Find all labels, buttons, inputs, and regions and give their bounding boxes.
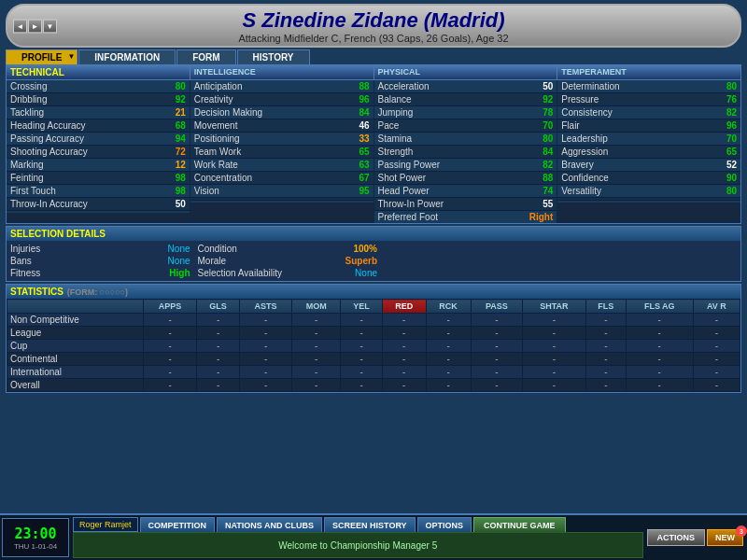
temperament-col: Determination80 Pressure76 Consistency82… xyxy=(557,80,740,223)
screen-history-tab[interactable]: SCREEN HISTORY xyxy=(324,517,416,532)
tab-bar: PROFILE ▼ INFORMATION FORM HISTORY xyxy=(6,49,741,64)
nav-right-button[interactable]: ► xyxy=(28,19,42,33)
clock-time: 23:00 xyxy=(14,525,56,542)
table-row: Cup - - - - - - - - - - - - xyxy=(7,340,740,353)
col-header-temperament: TEMPERAMENT xyxy=(557,65,740,79)
new-button[interactable]: NEW 3 xyxy=(707,529,743,546)
col-header-technical: TECHNICAL xyxy=(7,65,190,79)
nav-left-button[interactable]: ◄ xyxy=(13,19,27,33)
bottom-main: Roger Ramjet COMPETITION NATIONS AND CLU… xyxy=(71,515,645,560)
page-title: S Zinedine Zidane (Madrid) xyxy=(45,8,702,33)
message-bar: Welcome to Championship Manager 5 xyxy=(73,532,643,558)
selection-content: InjuriesNone BansNone FitnessHigh Condit… xyxy=(7,241,740,281)
statistics-table: APPS GLS ASTS MOM YEL RED RCK PASS SHTAR… xyxy=(7,299,740,392)
tab-profile[interactable]: PROFILE ▼ xyxy=(6,49,78,64)
main-stats-area: TECHNICAL INTELLIGENCE PHYSICAL TEMPERAM… xyxy=(6,64,741,224)
nations-clubs-tab[interactable]: NATIONS AND CLUBS xyxy=(217,517,322,532)
nav-down-button[interactable]: ▼ xyxy=(43,19,57,33)
intelligence-col: Anticipation88 Creativity96 Decision Mak… xyxy=(190,80,374,223)
user-label: Roger Ramjet xyxy=(73,517,138,532)
action-buttons: ACTIONS xyxy=(645,515,708,560)
bottom-bar: 23:00 THU 1-01-04 Roger Ramjet COMPETITI… xyxy=(0,513,747,560)
statistics-section: STATISTICS (FORM: ○○○○○) APPS GLS ASTS M… xyxy=(6,284,741,393)
selection-col2: Condition100% MoraleSuperb Selection Ava… xyxy=(194,241,382,281)
stats-columns: Crossing80 Dribbling92 Tackling21 Headin… xyxy=(7,80,740,223)
table-row: Overall - - - - - - - - - - - - xyxy=(7,379,740,392)
table-row: Non Competitive - - - - - - - - - - - - xyxy=(7,314,740,327)
selection-details-section: SELECTION DETAILS InjuriesNone BansNone … xyxy=(6,226,741,282)
tab-history[interactable]: HISTORY xyxy=(237,49,310,64)
new-btn-area: NEW 3 xyxy=(707,515,747,560)
statistics-header: STATISTICS (FORM: ○○○○○) xyxy=(7,285,740,299)
technical-col: Crossing80 Dribbling92 Tackling21 Headin… xyxy=(7,80,190,223)
player-subtitle: Attacking Midfielder C, French (93 Caps,… xyxy=(45,33,702,44)
clock-date: THU 1-01-04 xyxy=(14,542,57,551)
table-row: International - - - - - - - - - - - - xyxy=(7,366,740,379)
new-badge: 3 xyxy=(736,525,747,537)
bottom-tab-row: Roger Ramjet COMPETITION NATIONS AND CLU… xyxy=(71,515,645,532)
clock-area: 23:00 THU 1-01-04 xyxy=(2,518,69,557)
tab-form[interactable]: FORM xyxy=(176,49,235,64)
tab-information[interactable]: INFORMATION xyxy=(78,49,176,64)
selection-col3 xyxy=(381,241,740,281)
selection-header: SELECTION DETAILS xyxy=(7,227,740,241)
physical-col: Acceleration50 Balance92 Jumping78 Pace7… xyxy=(374,80,558,223)
table-row: League - - - - - - - - - - - - xyxy=(7,327,740,340)
competition-tab[interactable]: COMPETITION xyxy=(140,517,216,532)
options-tab[interactable]: OPTIONS xyxy=(417,517,472,532)
actions-button[interactable]: ACTIONS xyxy=(647,529,706,546)
continue-game-tab[interactable]: CONTINUE GAME xyxy=(473,517,566,532)
table-row: Continental - - - - - - - - - - - - xyxy=(7,353,740,366)
col-header-physical: PHYSICAL xyxy=(374,65,558,79)
col-header-intelligence: INTELLIGENCE xyxy=(190,65,374,79)
selection-col1: InjuriesNone BansNone FitnessHigh xyxy=(7,241,194,281)
